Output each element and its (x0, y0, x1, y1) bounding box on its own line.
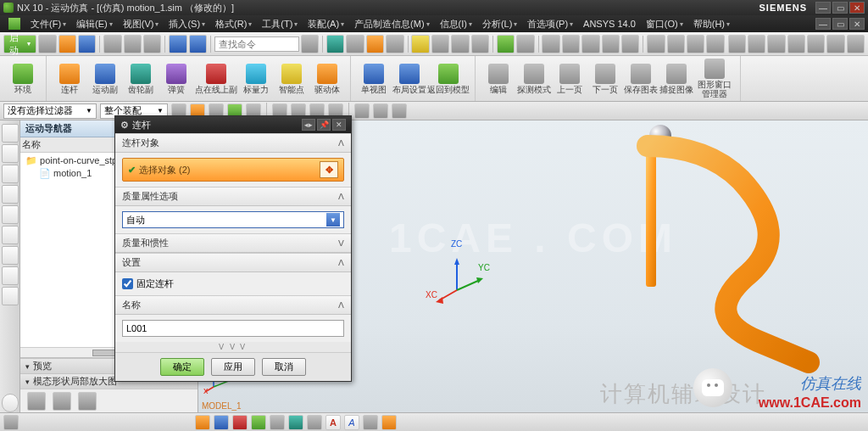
ribbon-scalar[interactable]: 标量力 (238, 64, 274, 94)
sb-c-icon[interactable] (214, 415, 229, 430)
start-button[interactable]: 启动▾ (3, 35, 36, 53)
mdi-maximize-button[interactable]: ▭ (832, 18, 848, 30)
menu-ansys[interactable]: ANSYS 14.0 (578, 17, 641, 31)
asm-b-icon[interactable] (562, 35, 580, 53)
menu-edit[interactable]: 编辑(E)▾ (71, 16, 118, 32)
maximize-button[interactable]: ▭ (832, 2, 848, 14)
nav-btn-a-icon[interactable] (27, 392, 46, 411)
collapse-icon[interactable]: ᐱ (338, 300, 344, 310)
dialog-help-icon[interactable]: ◂▸ (302, 119, 315, 131)
dropdown-icon[interactable]: ▼ (326, 213, 340, 227)
save-icon[interactable] (78, 35, 96, 53)
mdi-minimize-button[interactable]: — (815, 18, 831, 30)
ribbon-link[interactable]: 连杆 (52, 64, 87, 94)
menu-tools[interactable]: 工具(T)▾ (257, 16, 303, 32)
ribbon-probe[interactable]: 探测模式 (516, 64, 552, 94)
render-e-icon[interactable] (497, 35, 515, 53)
redo-icon[interactable] (189, 35, 207, 53)
dialog-close-button[interactable]: ✕ (332, 119, 346, 131)
cut-icon[interactable] (103, 35, 121, 53)
ribbon-sview[interactable]: 单视图 (356, 64, 392, 94)
ext-f-icon[interactable] (826, 35, 844, 53)
nav-btn-c-icon[interactable] (78, 392, 97, 411)
copy-icon[interactable] (124, 35, 142, 53)
command-search-input[interactable] (214, 36, 299, 52)
select-object-row[interactable]: ✔选择对象 (2) ✥ (122, 158, 344, 182)
mdi-close-button[interactable]: ✕ (849, 18, 865, 30)
ribbon-smart[interactable]: 智能点 (274, 64, 309, 94)
render-d-icon[interactable] (471, 35, 489, 53)
undo-icon[interactable] (169, 35, 186, 53)
nav-btn-b-icon[interactable] (53, 392, 71, 411)
menu-assembly[interactable]: 装配(A)▾ (303, 16, 349, 32)
sb-d-icon[interactable] (232, 415, 248, 430)
ext-e-icon[interactable] (807, 35, 825, 53)
collapse-icon[interactable]: ᐱ (338, 192, 344, 201)
restab-sync-icon[interactable] (2, 394, 19, 412)
asm-h-icon[interactable] (687, 35, 704, 53)
sb-g-icon[interactable] (288, 415, 303, 430)
filter-j-icon[interactable] (354, 104, 370, 119)
sb-h-icon[interactable] (307, 415, 322, 430)
ribbon-gwin[interactable]: 图形窗口管理器 (694, 59, 735, 98)
filter-select[interactable]: 没有选择过滤器▼ (3, 104, 97, 119)
restab-reuse-icon[interactable] (2, 185, 19, 204)
expand-icon[interactable]: ᐯ (338, 238, 344, 248)
ribbon-save[interactable]: 保存图表 (623, 64, 659, 94)
restab-part-icon[interactable] (2, 144, 19, 163)
ribbon-spring[interactable]: 弹簧 (159, 64, 194, 94)
ribbon-layout[interactable]: 布局设置 (392, 64, 427, 94)
sb-text-b-icon[interactable]: A (344, 415, 359, 430)
collapse-icon[interactable]: ᐱ (338, 258, 344, 267)
restab-browser-icon[interactable] (2, 226, 19, 244)
tool-a-icon[interactable] (326, 35, 344, 53)
restab-hd3d-icon[interactable] (2, 205, 19, 224)
filter-k-icon[interactable] (373, 104, 388, 119)
dialog-pin-icon[interactable]: 📌 (317, 119, 331, 131)
ext-d-icon[interactable] (787, 35, 805, 53)
menu-view[interactable]: 视图(V)▾ (118, 16, 164, 32)
ribbon-edit[interactable]: 编辑 (481, 64, 516, 94)
menu-pmi[interactable]: 产品制造信息(M)▾ (349, 16, 435, 32)
mass-option-select[interactable]: 自动▼ (122, 211, 344, 228)
open-icon[interactable] (58, 35, 76, 53)
sb-text-a-icon[interactable]: A (326, 415, 341, 430)
asm-i-icon[interactable] (706, 35, 724, 53)
sb-a-icon[interactable] (3, 415, 19, 430)
ribbon-prev[interactable]: 上一页 (552, 64, 587, 94)
restab-asm-icon[interactable] (2, 165, 19, 183)
paste-icon[interactable] (143, 35, 161, 53)
menu-file[interactable]: 文件(F)▾ (25, 16, 71, 32)
tool-d-icon[interactable] (386, 35, 403, 53)
asm-a-icon[interactable] (542, 35, 559, 53)
ribbon-gear[interactable]: 齿轮副 (123, 64, 159, 94)
sb-f-icon[interactable] (270, 415, 285, 430)
new-icon[interactable] (38, 35, 56, 53)
ext-b-icon[interactable] (748, 35, 765, 53)
minimize-button[interactable]: — (815, 2, 831, 14)
ext-a-icon[interactable] (728, 35, 746, 53)
apply-button[interactable]: 应用 (211, 358, 255, 376)
tool-c-icon[interactable] (366, 35, 384, 53)
asm-g-icon[interactable] (667, 35, 685, 53)
collapse-icon[interactable]: ᐱ (338, 138, 344, 148)
sb-i-icon[interactable] (363, 415, 378, 430)
cancel-button[interactable]: 取消 (262, 358, 306, 376)
ribbon-poc[interactable]: 点在线上副 (194, 64, 238, 94)
sb-j-icon[interactable] (381, 415, 397, 430)
ribbon-back[interactable]: 返回到模型 (427, 64, 470, 94)
menu-window[interactable]: 窗口(O)▾ (641, 16, 688, 32)
render-a-icon[interactable] (411, 35, 429, 53)
asm-e-icon[interactable] (621, 35, 639, 53)
asm-f-icon[interactable] (647, 35, 665, 53)
menu-info[interactable]: 信息(I)▾ (435, 16, 477, 32)
menu-insert[interactable]: 插入(S)▾ (164, 16, 210, 32)
render-f-icon[interactable] (516, 35, 534, 53)
dialog-more-icon[interactable]: ᐯ ᐯ ᐯ (115, 342, 351, 352)
render-b-icon[interactable] (431, 35, 449, 53)
restab-nav-icon[interactable] (2, 124, 19, 143)
sb-b-icon[interactable] (195, 415, 210, 430)
ribbon-driver[interactable]: 驱动体 (309, 64, 345, 94)
ribbon-joint[interactable]: 运动副 (87, 64, 123, 94)
ok-button[interactable]: 确定 (160, 358, 204, 376)
